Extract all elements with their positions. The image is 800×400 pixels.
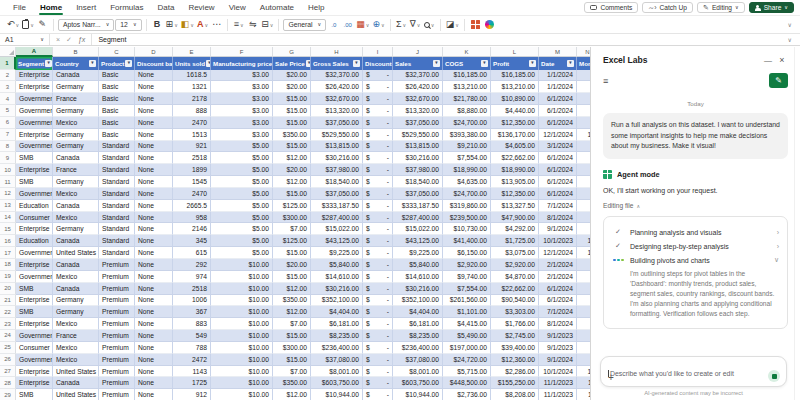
cell[interactable]: None bbox=[135, 366, 173, 378]
chat-input[interactable]: Describe what you'd like to create or ed… bbox=[600, 356, 787, 387]
cell[interactable]: Government bbox=[16, 93, 53, 105]
cell[interactable]: $5.00 bbox=[211, 141, 273, 153]
cell[interactable]: $333,187.50 bbox=[311, 200, 363, 212]
cell[interactable]: 1143 bbox=[173, 366, 211, 378]
cell[interactable]: 9 bbox=[577, 354, 590, 366]
cell[interactable]: Premium bbox=[99, 366, 135, 378]
cell[interactable]: 2146 bbox=[173, 223, 211, 235]
cell[interactable]: $- bbox=[363, 366, 393, 378]
cell[interactable]: $197,000.00 bbox=[443, 342, 491, 354]
cell[interactable]: $- bbox=[363, 271, 393, 283]
conditional-formatting-button[interactable]: ▦∨ bbox=[355, 18, 370, 32]
panel-close-button[interactable]: × bbox=[776, 55, 788, 65]
row-header-13[interactable]: 13 bbox=[0, 200, 16, 212]
cell[interactable]: $- bbox=[363, 188, 393, 200]
column-header-J[interactable]: J bbox=[393, 47, 443, 57]
column-header-K[interactable]: K bbox=[443, 47, 491, 57]
cell[interactable]: $15.00 bbox=[273, 354, 311, 366]
cell[interactable]: SMB bbox=[16, 176, 53, 188]
cell[interactable]: $4,292.00 bbox=[491, 223, 539, 235]
cell[interactable]: United States bbox=[53, 389, 99, 400]
cell[interactable]: Premium bbox=[99, 306, 135, 318]
cell[interactable]: $155,250.00 bbox=[491, 377, 539, 389]
cell[interactable]: $393,380.00 bbox=[443, 129, 491, 141]
cell[interactable]: $- bbox=[363, 176, 393, 188]
cell[interactable]: None bbox=[135, 212, 173, 224]
cell[interactable]: $37,050.00 bbox=[311, 188, 363, 200]
format-as-table-button[interactable]: ⊕∨ bbox=[371, 18, 385, 32]
cell[interactable]: Premium bbox=[99, 259, 135, 271]
cell[interactable]: $1,766.00 bbox=[491, 318, 539, 330]
cell[interactable]: Basic bbox=[99, 81, 135, 93]
table-header-cell[interactable]: Country▾ bbox=[53, 57, 99, 70]
cell[interactable]: $24,700.00 bbox=[443, 117, 491, 129]
cell[interactable]: $125.00 bbox=[273, 235, 311, 247]
cell[interactable]: $15.00 bbox=[273, 188, 311, 200]
number-format-select[interactable]: General∨ bbox=[283, 19, 326, 31]
filter-dropdown-icon[interactable]: ▾ bbox=[567, 60, 574, 67]
cell[interactable]: Canada bbox=[53, 235, 99, 247]
cell[interactable]: $4,870.00 bbox=[491, 271, 539, 283]
menu-tab-help[interactable]: Help bbox=[301, 0, 331, 15]
cell[interactable]: $- bbox=[363, 93, 393, 105]
cell[interactable]: Enterprise bbox=[16, 129, 53, 141]
cell[interactable]: None bbox=[135, 283, 173, 295]
cell[interactable]: 6/1/2024 bbox=[539, 176, 577, 188]
cell[interactable]: 6 bbox=[577, 117, 590, 129]
menu-tab-review[interactable]: Review bbox=[181, 0, 221, 15]
cell[interactable]: Standard bbox=[99, 164, 135, 176]
cell[interactable]: None bbox=[135, 81, 173, 93]
table-header-cell[interactable]: Sale Price▾ bbox=[273, 57, 311, 70]
cell[interactable]: Government bbox=[16, 330, 53, 342]
cell[interactable]: $8,880.00 bbox=[443, 105, 491, 117]
cell[interactable]: Standard bbox=[99, 176, 135, 188]
cell[interactable]: $4,415.00 bbox=[443, 318, 491, 330]
row-header-6[interactable]: 6 bbox=[0, 117, 16, 129]
column-header-F[interactable]: F bbox=[211, 47, 273, 57]
cell[interactable]: $603,750.00 bbox=[311, 377, 363, 389]
cell[interactable]: $350.00 bbox=[273, 129, 311, 141]
cell[interactable]: $448,500.00 bbox=[443, 377, 491, 389]
row-header-23[interactable]: 23 bbox=[0, 318, 16, 330]
cell[interactable]: $12.00 bbox=[273, 152, 311, 164]
row-header-4[interactable]: 4 bbox=[0, 93, 16, 105]
merge-cells-button[interactable]: ⊟∨ bbox=[260, 18, 274, 32]
agent-step[interactable]: ✓Planning analysis and visuals› bbox=[612, 225, 779, 239]
cell[interactable]: $7,554.00 bbox=[443, 283, 491, 295]
cell[interactable]: $300.00 bbox=[273, 342, 311, 354]
cell[interactable]: Mexico bbox=[53, 212, 99, 224]
row-header-8[interactable]: 8 bbox=[0, 141, 16, 153]
cell[interactable]: 549 bbox=[173, 330, 211, 342]
editing-mode-button[interactable]: ✎ Editing ∨ bbox=[697, 2, 745, 13]
cell[interactable]: None bbox=[135, 223, 173, 235]
cell[interactable]: 2/1/2024 bbox=[539, 271, 577, 283]
cell[interactable]: $3,303.00 bbox=[491, 306, 539, 318]
cell[interactable]: Premium bbox=[99, 354, 135, 366]
cell[interactable]: 6 bbox=[577, 105, 590, 117]
cell[interactable]: 6/1/2024 bbox=[539, 105, 577, 117]
cell[interactable]: Government bbox=[16, 188, 53, 200]
cell[interactable]: 6 bbox=[577, 176, 590, 188]
cell[interactable]: 2 bbox=[577, 271, 590, 283]
cell[interactable]: $136,170.00 bbox=[491, 129, 539, 141]
cell[interactable]: Premium bbox=[99, 271, 135, 283]
cell[interactable]: $4,404.00 bbox=[311, 306, 363, 318]
column-header-H[interactable]: H bbox=[311, 47, 363, 57]
cell[interactable]: $3.00 bbox=[211, 129, 273, 141]
column-header-A[interactable]: A bbox=[16, 47, 53, 57]
cell[interactable]: Enterprise bbox=[16, 164, 53, 176]
cell[interactable]: Standard bbox=[99, 212, 135, 224]
panel-minimize-button[interactable]: — bbox=[762, 56, 774, 65]
cell[interactable]: $12.00 bbox=[273, 176, 311, 188]
cell[interactable]: Enterprise bbox=[16, 81, 53, 93]
row-header-21[interactable]: 21 bbox=[0, 295, 16, 307]
share-button[interactable]: Share ∨ bbox=[749, 2, 794, 13]
cell[interactable]: $22,662.00 bbox=[491, 152, 539, 164]
cell[interactable]: Premium bbox=[99, 283, 135, 295]
formula-input[interactable]: Segment bbox=[92, 36, 132, 43]
cell[interactable]: Canada bbox=[53, 377, 99, 389]
cell[interactable]: None bbox=[135, 93, 173, 105]
cell[interactable]: $350.00 bbox=[273, 295, 311, 307]
cell[interactable]: Basic bbox=[99, 129, 135, 141]
cell[interactable]: $5.00 bbox=[211, 164, 273, 176]
